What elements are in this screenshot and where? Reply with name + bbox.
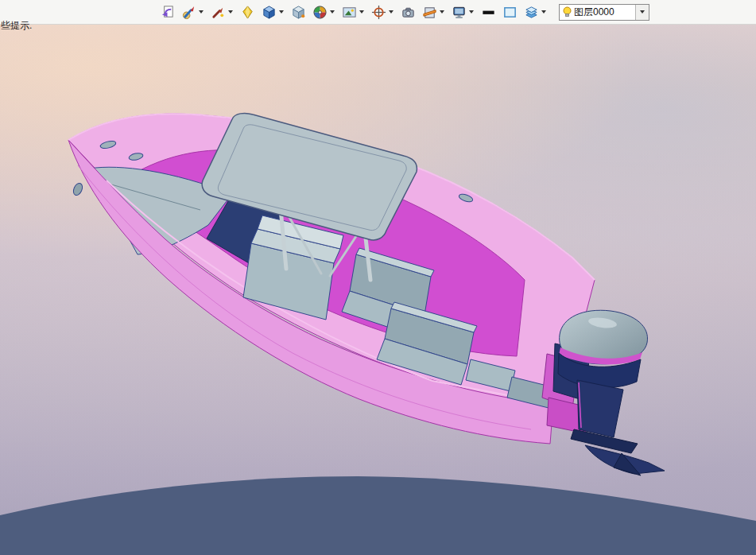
boat-model[interactable] (68, 113, 665, 475)
scene-canvas (0, 0, 756, 555)
paintbrush-icon (181, 5, 196, 20)
dropdown-arrow-icon[interactable] (197, 2, 204, 22)
texture-brush-button[interactable] (208, 1, 236, 23)
isometric-view-button[interactable] (289, 1, 308, 23)
layer-dropdown[interactable]: 图层0000 (559, 4, 649, 21)
black-swatch-icon (481, 5, 496, 20)
hint-text: 些提示. (1, 19, 32, 33)
edge-color-button[interactable] (479, 1, 498, 23)
section-view-button[interactable] (420, 1, 448, 23)
dropdown-arrow-icon[interactable] (227, 2, 234, 22)
layer-properties-button[interactable] (521, 1, 549, 23)
view-settings-button[interactable] (369, 1, 397, 23)
background-hill (0, 476, 756, 555)
material-button[interactable] (238, 1, 258, 23)
combo-dropdown-arrow[interactable] (635, 5, 649, 20)
view-toolbar: 图层0000 (0, 0, 756, 25)
yellow-gem-icon (240, 5, 255, 20)
dropdown-arrow-icon[interactable] (277, 2, 285, 22)
monitor-icon (452, 5, 467, 20)
lightbulb-icon (562, 6, 572, 18)
document-arrow-icon (160, 5, 175, 20)
dropdown-arrow-icon[interactable] (540, 2, 547, 22)
scene-background-button[interactable] (339, 1, 367, 23)
red-brush-icon (211, 5, 226, 20)
dropdown-arrow-icon[interactable] (467, 2, 475, 22)
layers-icon (524, 5, 539, 20)
hull-fitting (72, 182, 84, 197)
blue-frame-icon (502, 5, 518, 20)
section-plane-icon (422, 5, 437, 20)
blue-cube-icon (262, 5, 277, 20)
scene-icon (342, 5, 357, 20)
outboard-motor[interactable] (553, 310, 665, 475)
layer-name-value: 图层0000 (572, 6, 635, 19)
dropdown-arrow-icon[interactable] (387, 2, 394, 22)
cad-window: 图层0000 些提示. (0, 0, 756, 555)
color-wheel-icon (312, 5, 328, 20)
gray-cube-icon (291, 5, 306, 20)
view-orientation-button[interactable] (259, 1, 287, 23)
dropdown-arrow-icon[interactable] (438, 2, 445, 22)
dropdown-arrow-icon[interactable] (328, 2, 335, 22)
dropdown-arrow-icon[interactable] (358, 2, 365, 22)
camera-icon (401, 5, 416, 20)
camera-button[interactable] (398, 1, 418, 23)
motor-midsection[interactable] (577, 380, 623, 437)
display-style-button[interactable] (449, 1, 477, 23)
document-arrow-button[interactable] (157, 1, 177, 23)
viewport-frame-button[interactable] (500, 1, 520, 23)
apply-scene-button[interactable] (310, 1, 338, 23)
edit-appearance-button[interactable] (179, 1, 207, 23)
crosshair-icon (371, 5, 386, 20)
